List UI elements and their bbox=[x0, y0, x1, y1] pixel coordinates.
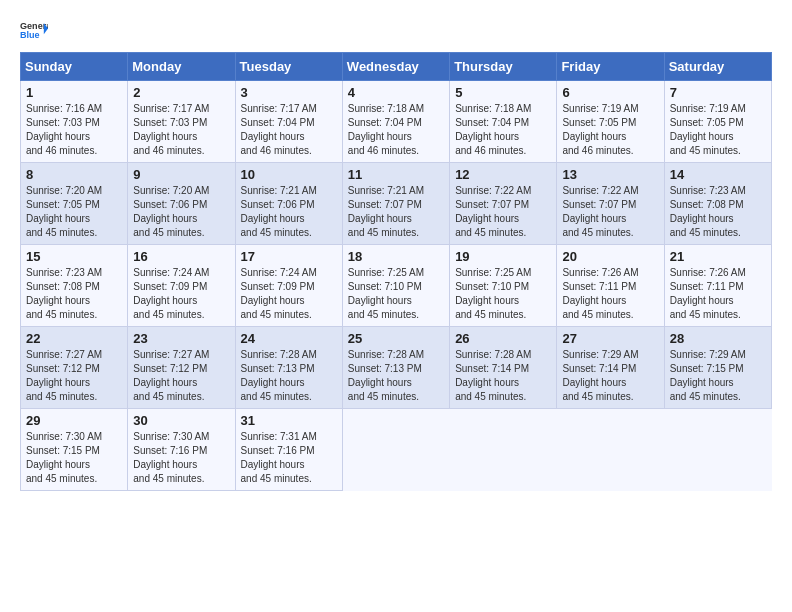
day-info-4: Sunrise: 7:18 AMSunset: 7:04 PMDaylight … bbox=[348, 103, 424, 156]
day-info-10: Sunrise: 7:21 AMSunset: 7:06 PMDaylight … bbox=[241, 185, 317, 238]
day-cell-7: 7Sunrise: 7:19 AMSunset: 7:05 PMDaylight… bbox=[664, 81, 771, 163]
day-cell-2: 2Sunrise: 7:17 AMSunset: 7:03 PMDaylight… bbox=[128, 81, 235, 163]
day-number-5: 5 bbox=[455, 85, 551, 100]
weekday-header-monday: Monday bbox=[128, 53, 235, 81]
day-number-18: 18 bbox=[348, 249, 444, 264]
day-info-18: Sunrise: 7:25 AMSunset: 7:10 PMDaylight … bbox=[348, 267, 424, 320]
day-info-1: Sunrise: 7:16 AMSunset: 7:03 PMDaylight … bbox=[26, 103, 102, 156]
day-cell-25: 25Sunrise: 7:28 AMSunset: 7:13 PMDayligh… bbox=[342, 327, 449, 409]
day-cell-23: 23Sunrise: 7:27 AMSunset: 7:12 PMDayligh… bbox=[128, 327, 235, 409]
day-cell-12: 12Sunrise: 7:22 AMSunset: 7:07 PMDayligh… bbox=[450, 163, 557, 245]
day-cell-13: 13Sunrise: 7:22 AMSunset: 7:07 PMDayligh… bbox=[557, 163, 664, 245]
day-info-23: Sunrise: 7:27 AMSunset: 7:12 PMDaylight … bbox=[133, 349, 209, 402]
day-number-29: 29 bbox=[26, 413, 122, 428]
day-info-31: Sunrise: 7:31 AMSunset: 7:16 PMDaylight … bbox=[241, 431, 317, 484]
day-cell-4: 4Sunrise: 7:18 AMSunset: 7:04 PMDaylight… bbox=[342, 81, 449, 163]
day-info-30: Sunrise: 7:30 AMSunset: 7:16 PMDaylight … bbox=[133, 431, 209, 484]
day-number-24: 24 bbox=[241, 331, 337, 346]
empty-cell bbox=[342, 409, 449, 491]
day-cell-15: 15Sunrise: 7:23 AMSunset: 7:08 PMDayligh… bbox=[21, 245, 128, 327]
day-number-12: 12 bbox=[455, 167, 551, 182]
day-info-12: Sunrise: 7:22 AMSunset: 7:07 PMDaylight … bbox=[455, 185, 531, 238]
day-cell-31: 31Sunrise: 7:31 AMSunset: 7:16 PMDayligh… bbox=[235, 409, 342, 491]
day-number-10: 10 bbox=[241, 167, 337, 182]
week-row-4: 22Sunrise: 7:27 AMSunset: 7:12 PMDayligh… bbox=[21, 327, 772, 409]
day-number-28: 28 bbox=[670, 331, 766, 346]
day-cell-29: 29Sunrise: 7:30 AMSunset: 7:15 PMDayligh… bbox=[21, 409, 128, 491]
day-cell-10: 10Sunrise: 7:21 AMSunset: 7:06 PMDayligh… bbox=[235, 163, 342, 245]
day-cell-1: 1Sunrise: 7:16 AMSunset: 7:03 PMDaylight… bbox=[21, 81, 128, 163]
day-info-24: Sunrise: 7:28 AMSunset: 7:13 PMDaylight … bbox=[241, 349, 317, 402]
week-row-2: 8Sunrise: 7:20 AMSunset: 7:05 PMDaylight… bbox=[21, 163, 772, 245]
day-cell-18: 18Sunrise: 7:25 AMSunset: 7:10 PMDayligh… bbox=[342, 245, 449, 327]
day-number-14: 14 bbox=[670, 167, 766, 182]
empty-cell bbox=[450, 409, 557, 491]
weekday-header-wednesday: Wednesday bbox=[342, 53, 449, 81]
weekday-header-tuesday: Tuesday bbox=[235, 53, 342, 81]
day-cell-26: 26Sunrise: 7:28 AMSunset: 7:14 PMDayligh… bbox=[450, 327, 557, 409]
day-info-16: Sunrise: 7:24 AMSunset: 7:09 PMDaylight … bbox=[133, 267, 209, 320]
day-info-8: Sunrise: 7:20 AMSunset: 7:05 PMDaylight … bbox=[26, 185, 102, 238]
day-cell-20: 20Sunrise: 7:26 AMSunset: 7:11 PMDayligh… bbox=[557, 245, 664, 327]
day-number-19: 19 bbox=[455, 249, 551, 264]
day-cell-19: 19Sunrise: 7:25 AMSunset: 7:10 PMDayligh… bbox=[450, 245, 557, 327]
day-number-21: 21 bbox=[670, 249, 766, 264]
logo-icon: General Blue bbox=[20, 16, 48, 44]
day-number-7: 7 bbox=[670, 85, 766, 100]
day-number-9: 9 bbox=[133, 167, 229, 182]
day-number-16: 16 bbox=[133, 249, 229, 264]
day-info-19: Sunrise: 7:25 AMSunset: 7:10 PMDaylight … bbox=[455, 267, 531, 320]
day-cell-17: 17Sunrise: 7:24 AMSunset: 7:09 PMDayligh… bbox=[235, 245, 342, 327]
day-info-28: Sunrise: 7:29 AMSunset: 7:15 PMDaylight … bbox=[670, 349, 746, 402]
day-cell-11: 11Sunrise: 7:21 AMSunset: 7:07 PMDayligh… bbox=[342, 163, 449, 245]
day-info-17: Sunrise: 7:24 AMSunset: 7:09 PMDaylight … bbox=[241, 267, 317, 320]
day-number-3: 3 bbox=[241, 85, 337, 100]
week-row-5: 29Sunrise: 7:30 AMSunset: 7:15 PMDayligh… bbox=[21, 409, 772, 491]
day-number-27: 27 bbox=[562, 331, 658, 346]
day-info-13: Sunrise: 7:22 AMSunset: 7:07 PMDaylight … bbox=[562, 185, 638, 238]
day-info-5: Sunrise: 7:18 AMSunset: 7:04 PMDaylight … bbox=[455, 103, 531, 156]
weekday-header-sunday: Sunday bbox=[21, 53, 128, 81]
day-cell-24: 24Sunrise: 7:28 AMSunset: 7:13 PMDayligh… bbox=[235, 327, 342, 409]
day-cell-3: 3Sunrise: 7:17 AMSunset: 7:04 PMDaylight… bbox=[235, 81, 342, 163]
calendar-table: SundayMondayTuesdayWednesdayThursdayFrid… bbox=[20, 52, 772, 491]
day-info-22: Sunrise: 7:27 AMSunset: 7:12 PMDaylight … bbox=[26, 349, 102, 402]
day-cell-28: 28Sunrise: 7:29 AMSunset: 7:15 PMDayligh… bbox=[664, 327, 771, 409]
day-cell-8: 8Sunrise: 7:20 AMSunset: 7:05 PMDaylight… bbox=[21, 163, 128, 245]
day-number-20: 20 bbox=[562, 249, 658, 264]
day-cell-14: 14Sunrise: 7:23 AMSunset: 7:08 PMDayligh… bbox=[664, 163, 771, 245]
day-number-23: 23 bbox=[133, 331, 229, 346]
day-cell-22: 22Sunrise: 7:27 AMSunset: 7:12 PMDayligh… bbox=[21, 327, 128, 409]
day-info-14: Sunrise: 7:23 AMSunset: 7:08 PMDaylight … bbox=[670, 185, 746, 238]
day-info-20: Sunrise: 7:26 AMSunset: 7:11 PMDaylight … bbox=[562, 267, 638, 320]
day-info-21: Sunrise: 7:26 AMSunset: 7:11 PMDaylight … bbox=[670, 267, 746, 320]
svg-text:Blue: Blue bbox=[20, 30, 40, 40]
weekday-header-friday: Friday bbox=[557, 53, 664, 81]
day-number-15: 15 bbox=[26, 249, 122, 264]
day-number-17: 17 bbox=[241, 249, 337, 264]
day-info-9: Sunrise: 7:20 AMSunset: 7:06 PMDaylight … bbox=[133, 185, 209, 238]
day-number-11: 11 bbox=[348, 167, 444, 182]
weekday-header-saturday: Saturday bbox=[664, 53, 771, 81]
logo: General Blue bbox=[20, 16, 48, 44]
day-number-8: 8 bbox=[26, 167, 122, 182]
day-cell-6: 6Sunrise: 7:19 AMSunset: 7:05 PMDaylight… bbox=[557, 81, 664, 163]
day-info-29: Sunrise: 7:30 AMSunset: 7:15 PMDaylight … bbox=[26, 431, 102, 484]
day-cell-9: 9Sunrise: 7:20 AMSunset: 7:06 PMDaylight… bbox=[128, 163, 235, 245]
day-info-11: Sunrise: 7:21 AMSunset: 7:07 PMDaylight … bbox=[348, 185, 424, 238]
day-info-7: Sunrise: 7:19 AMSunset: 7:05 PMDaylight … bbox=[670, 103, 746, 156]
day-number-30: 30 bbox=[133, 413, 229, 428]
day-cell-5: 5Sunrise: 7:18 AMSunset: 7:04 PMDaylight… bbox=[450, 81, 557, 163]
week-row-3: 15Sunrise: 7:23 AMSunset: 7:08 PMDayligh… bbox=[21, 245, 772, 327]
empty-cell bbox=[664, 409, 771, 491]
day-number-2: 2 bbox=[133, 85, 229, 100]
day-info-27: Sunrise: 7:29 AMSunset: 7:14 PMDaylight … bbox=[562, 349, 638, 402]
day-number-13: 13 bbox=[562, 167, 658, 182]
empty-cell bbox=[557, 409, 664, 491]
weekday-header-row: SundayMondayTuesdayWednesdayThursdayFrid… bbox=[21, 53, 772, 81]
day-info-15: Sunrise: 7:23 AMSunset: 7:08 PMDaylight … bbox=[26, 267, 102, 320]
weekday-header-thursday: Thursday bbox=[450, 53, 557, 81]
day-info-25: Sunrise: 7:28 AMSunset: 7:13 PMDaylight … bbox=[348, 349, 424, 402]
day-cell-16: 16Sunrise: 7:24 AMSunset: 7:09 PMDayligh… bbox=[128, 245, 235, 327]
day-number-26: 26 bbox=[455, 331, 551, 346]
